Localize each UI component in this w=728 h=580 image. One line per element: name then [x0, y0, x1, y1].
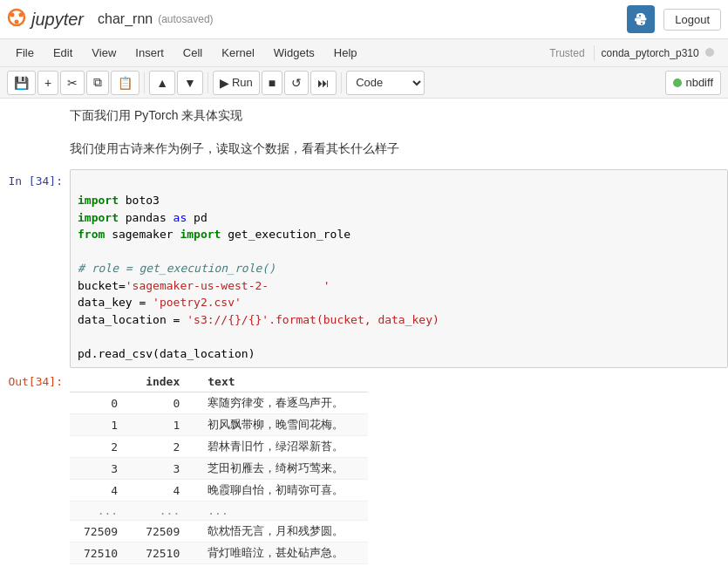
table-row: 7250972509欹枕悟无言，月和残梦圆。	[70, 521, 368, 542]
table-row: 22碧林青旧竹，绿沼翠新苔。	[70, 436, 368, 458]
svg-point-2	[19, 12, 24, 17]
notebook-title[interactable]: char_rnn	[98, 11, 153, 27]
code-cell-34: In [34]: import boto3 import pandas as p…	[0, 169, 728, 369]
logo-text: jupyter	[31, 10, 84, 30]
text-cell-2-content: 我们使用古诗来作为例子，读取这个数据，看看其长什么样子	[70, 141, 399, 155]
toolbar-separator-2	[208, 72, 208, 93]
cell-index: 1	[132, 414, 194, 436]
jupyter-logo-icon	[7, 8, 26, 31]
output-cell-34: Out[34]: index text 00寒随穷律变，春逐鸟声开。11初风飘带…	[0, 372, 728, 564]
restart-button[interactable]: ↺	[284, 71, 309, 95]
col-header-index: index	[132, 372, 194, 392]
cell-row-idx: 1	[70, 414, 132, 436]
nbdiff-button[interactable]: nbdiff	[665, 71, 721, 95]
menu-insert[interactable]: Insert	[126, 43, 173, 63]
cell-row-idx: ...	[70, 502, 132, 521]
cell-text: 欹枕悟无言，月和残梦圆。	[194, 521, 368, 542]
cell-text: ...	[194, 502, 368, 521]
menu-widgets[interactable]: Widgets	[265, 43, 323, 63]
code-input-34[interactable]: import boto3 import pandas as pd from sa…	[70, 169, 728, 369]
menu-view[interactable]: View	[83, 43, 125, 63]
kernel-status-dot	[705, 48, 714, 57]
cell-row-idx: 0	[70, 392, 132, 414]
col-header-text: text	[194, 372, 368, 392]
dataframe-table: index text 00寒随穷律变，春逐鸟声开。11初风飘带柳，晚雪间花梅。2…	[70, 372, 368, 564]
python-icon	[627, 5, 655, 33]
cell-row-idx: 72509	[70, 521, 132, 542]
move-up-button[interactable]: ▲	[149, 71, 175, 95]
text-cell-1-content: 下面我们用 PyTorch 来具体实现	[70, 108, 242, 122]
topbar: jupyter char_rnn (autosaved) Logout	[0, 0, 728, 39]
top-right-actions: Logout	[627, 5, 721, 33]
move-down-button[interactable]: ▼	[177, 71, 203, 95]
text-cell-1: 下面我们用 PyTorch 来具体实现	[0, 99, 728, 132]
nbdiff-label: nbdiff	[685, 76, 713, 89]
text-cell-2: 我们使用古诗来作为例子，读取这个数据，看看其长什么样子	[0, 132, 728, 165]
svg-point-1	[10, 12, 15, 17]
cell-index: 72509	[132, 521, 194, 542]
cut-button[interactable]: ✂	[60, 71, 85, 95]
menu-edit[interactable]: Edit	[44, 43, 81, 63]
cell-text: 碧林青旧竹，绿沼翠新苔。	[194, 436, 368, 458]
copy-button[interactable]: ⧉	[86, 71, 109, 95]
toolbar-separator-3	[341, 72, 342, 93]
table-row: 7251072510背灯唯暗泣，甚处砧声急。	[70, 542, 368, 564]
autosaved-label: (autosaved)	[158, 13, 213, 25]
toolbar: 💾 + ✂ ⧉ 📋 ▲ ▼ ▶ Run ■ ↺ ⏭ Code Markdown …	[0, 67, 728, 99]
cell-index: 0	[132, 392, 194, 414]
cell-text: 寒随穷律变，春逐鸟声开。	[194, 392, 368, 414]
cell-index: 72510	[132, 542, 194, 564]
table-row: .........	[70, 502, 368, 521]
cell-row-idx: 3	[70, 458, 132, 480]
cell-index: 3	[132, 458, 194, 480]
trusted-badge: Trusted	[542, 45, 591, 61]
kernel-name: conda_pytorch_p310	[594, 45, 721, 61]
cell-row-idx: 2	[70, 436, 132, 458]
cell-index: ...	[132, 502, 194, 521]
toolbar-separator-1	[144, 72, 145, 93]
run-label: Run	[232, 76, 253, 89]
menu-file[interactable]: File	[7, 43, 43, 63]
run-icon: ▶	[220, 76, 229, 90]
restart-run-button[interactable]: ⏭	[310, 71, 337, 95]
menu-kernel[interactable]: Kernel	[213, 43, 263, 63]
menubar: File Edit View Insert Cell Kernel Widget…	[0, 39, 728, 67]
output-content-34: index text 00寒随穷律变，春逐鸟声开。11初风飘带柳，晚雪间花梅。2…	[70, 372, 728, 564]
cell-text: 初风飘带柳，晚雪间花梅。	[194, 414, 368, 436]
in-prompt-34: In [34]:	[0, 169, 70, 369]
nbdiff-status-dot	[673, 78, 682, 87]
notebook-content: 下面我们用 PyTorch 来具体实现 我们使用古诗来作为例子，读取这个数据，看…	[0, 99, 728, 580]
menu-cell[interactable]: Cell	[174, 43, 211, 63]
menu-help[interactable]: Help	[325, 43, 366, 63]
cell-index: 2	[132, 436, 194, 458]
table-row: 33芝田初雁去，绮树巧莺来。	[70, 458, 368, 480]
cell-text: 芝田初雁去，绮树巧莺来。	[194, 458, 368, 480]
save-button[interactable]: 💾	[7, 71, 36, 95]
paste-button[interactable]: 📋	[111, 71, 139, 95]
cell-text: 背灯唯暗泣，甚处砧声急。	[194, 542, 368, 564]
add-cell-button[interactable]: +	[37, 71, 58, 95]
cell-row-idx: 72510	[70, 542, 132, 564]
cell-text: 晚霞聊自怡，初晴弥可喜。	[194, 480, 368, 502]
table-row: 11初风飘带柳，晚雪间花梅。	[70, 414, 368, 436]
logout-button[interactable]: Logout	[663, 9, 721, 31]
cell-row-idx: 4	[70, 480, 132, 502]
out-prompt-34: Out[34]:	[0, 372, 70, 564]
table-row: 00寒随穷律变，春逐鸟声开。	[70, 392, 368, 414]
svg-point-3	[15, 19, 19, 24]
interrupt-button[interactable]: ■	[262, 71, 282, 95]
col-header-blank	[70, 372, 132, 392]
cell-index: 4	[132, 480, 194, 502]
run-button[interactable]: ▶ Run	[213, 71, 260, 95]
table-row: 44晚霞聊自怡，初晴弥可喜。	[70, 480, 368, 502]
logo: jupyter	[7, 8, 84, 31]
cell-type-select[interactable]: Code Markdown Raw NBConvert Heading	[346, 71, 425, 95]
